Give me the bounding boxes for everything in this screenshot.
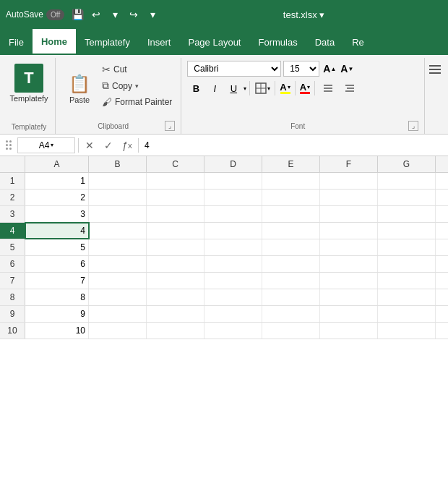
lines-button1[interactable] <box>318 80 338 97</box>
cell-d1[interactable] <box>204 173 262 189</box>
highlight-dropdown-icon[interactable]: ▾ <box>288 84 290 90</box>
cell-b1[interactable] <box>89 173 147 189</box>
cell-d10[interactable] <box>204 323 262 339</box>
copy-dropdown-icon[interactable]: ▾ <box>135 82 139 90</box>
highlight-color-button[interactable]: A ▾ <box>278 81 291 95</box>
autosave-toggle[interactable]: Off <box>46 9 64 20</box>
cell-d6[interactable] <box>204 256 262 272</box>
col-header-e[interactable]: E <box>262 156 320 172</box>
cell-f8[interactable] <box>320 289 378 305</box>
copy-button[interactable]: ⧉ Copy ▾ <box>99 78 175 93</box>
menu-file[interactable]: File <box>0 29 33 55</box>
cell-e10[interactable] <box>262 323 320 339</box>
font-size-select[interactable]: 89101112 1516182024 <box>283 61 319 77</box>
cell-f1[interactable] <box>320 173 378 189</box>
menu-re[interactable]: Re <box>343 29 373 55</box>
cell-ref-dropdown[interactable]: ▾ <box>51 142 53 148</box>
customize-icon[interactable]: ▾ <box>145 7 160 22</box>
select-all-button[interactable] <box>0 156 25 172</box>
borders-button[interactable]: ▾ <box>253 80 272 96</box>
cell-d2[interactable] <box>204 190 262 205</box>
col-header-f[interactable]: F <box>320 156 378 172</box>
menu-home[interactable]: Home <box>33 29 76 55</box>
row-header[interactable]: 8 <box>0 289 25 305</box>
cell-b9[interactable] <box>89 306 147 322</box>
cell-f2[interactable] <box>320 190 378 205</box>
redo-icon[interactable]: ↪ <box>126 7 141 22</box>
row-header[interactable]: 9 <box>0 306 25 322</box>
cell-d8[interactable] <box>204 289 262 305</box>
cell-d9[interactable] <box>204 306 262 322</box>
row-header[interactable]: 1 <box>0 173 25 189</box>
font-name-select[interactable]: Calibri Arial Times New Roman <box>187 61 281 77</box>
row-header[interactable]: 4 <box>0 223 25 239</box>
underline-button[interactable]: U <box>225 80 242 97</box>
cell-f7[interactable] <box>320 273 378 289</box>
underline-dropdown[interactable]: ▾ <box>244 85 246 92</box>
cell-a3[interactable]: 3 <box>25 206 89 222</box>
cell-f4[interactable] <box>320 223 378 239</box>
cell-g10[interactable] <box>378 323 436 339</box>
undo-icon[interactable]: ↩ <box>89 7 103 22</box>
formula-bar-dots[interactable] <box>3 140 14 150</box>
cell-g3[interactable] <box>378 206 436 222</box>
row-header[interactable]: 5 <box>0 239 25 255</box>
row-header[interactable]: 2 <box>0 190 25 205</box>
cell-g1[interactable] <box>378 173 436 189</box>
cell-e6[interactable] <box>262 256 320 272</box>
format-painter-button[interactable]: 🖌 Format Painter <box>99 95 175 109</box>
italic-button[interactable]: I <box>206 80 223 97</box>
cell-c10[interactable] <box>147 323 204 339</box>
cell-c1[interactable] <box>147 173 204 189</box>
menu-data[interactable]: Data <box>306 29 343 55</box>
filename-caret[interactable]: ▾ <box>319 9 324 20</box>
cut-button[interactable]: ✂ Cut <box>99 62 175 77</box>
cell-a10[interactable]: 10 <box>25 323 89 339</box>
col-header-c[interactable]: C <box>147 156 204 172</box>
cell-g9[interactable] <box>378 306 436 322</box>
cell-a4[interactable]: 4 <box>25 223 89 239</box>
formula-confirm-button[interactable]: ✓ <box>100 137 116 153</box>
cell-f9[interactable] <box>320 306 378 322</box>
menu-page-layout[interactable]: Page Layout <box>179 29 249 55</box>
row-header[interactable]: 3 <box>0 206 25 222</box>
cell-a5[interactable]: 5 <box>25 239 89 255</box>
cell-e2[interactable] <box>262 190 320 205</box>
cell-b7[interactable] <box>89 273 147 289</box>
cell-c7[interactable] <box>147 273 204 289</box>
formula-input[interactable] <box>142 137 445 153</box>
cell-e8[interactable] <box>262 289 320 305</box>
font-expand-icon[interactable]: ⌟ <box>408 121 418 131</box>
cell-c3[interactable] <box>147 206 204 222</box>
cell-d7[interactable] <box>204 273 262 289</box>
cell-g2[interactable] <box>378 190 436 205</box>
menu-formulas[interactable]: Formulas <box>249 29 306 55</box>
cell-g8[interactable] <box>378 289 436 305</box>
col-header-a[interactable]: A <box>25 156 89 172</box>
cell-d4[interactable] <box>204 223 262 239</box>
cell-c2[interactable] <box>147 190 204 205</box>
lines-button2[interactable] <box>340 80 360 97</box>
cell-b8[interactable] <box>89 289 147 305</box>
cell-b4[interactable] <box>89 223 147 239</box>
cell-e5[interactable] <box>262 239 320 255</box>
cell-c5[interactable] <box>147 239 204 255</box>
row-header[interactable]: 6 <box>0 256 25 272</box>
templatefy-button[interactable]: T Templatefy <box>9 61 49 106</box>
cell-c6[interactable] <box>147 256 204 272</box>
cell-e1[interactable] <box>262 173 320 189</box>
cell-b6[interactable] <box>89 256 147 272</box>
cell-a9[interactable]: 9 <box>25 306 89 322</box>
cell-f3[interactable] <box>320 206 378 222</box>
cell-b2[interactable] <box>89 190 147 205</box>
formula-insert-function-button[interactable]: ƒx <box>119 137 135 153</box>
cell-b5[interactable] <box>89 239 147 255</box>
save-icon[interactable]: 💾 <box>70 7 85 22</box>
formula-cancel-button[interactable]: ✕ <box>82 137 98 153</box>
cell-e4[interactable] <box>262 223 320 239</box>
font-shrink-button[interactable]: A▼ <box>339 61 355 77</box>
paste-button[interactable]: 📋 Paste <box>61 61 98 116</box>
ribbon-collapse-button[interactable] <box>425 58 445 134</box>
cell-f10[interactable] <box>320 323 378 339</box>
cell-c4[interactable] <box>147 223 204 239</box>
